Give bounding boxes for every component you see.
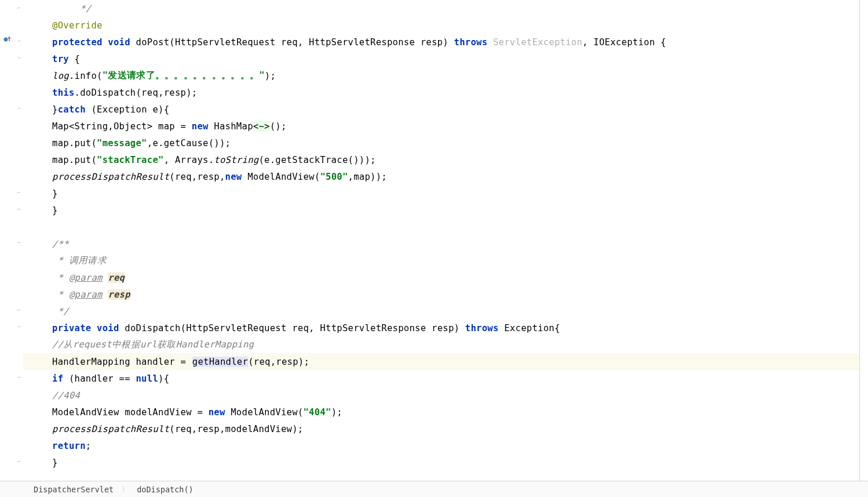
code-line[interactable]: return;	[23, 437, 859, 454]
code-line[interactable]: //404	[23, 387, 859, 404]
code-line[interactable]: ModelAndView modelAndView = new ModelAnd…	[23, 404, 859, 420]
fold-start-icon[interactable]: −	[17, 324, 23, 329]
kw: catch	[58, 104, 86, 115]
fold-end-icon[interactable]: ⌐	[17, 458, 23, 464]
kw: this	[52, 88, 75, 98]
code-line[interactable]: try {	[23, 50, 859, 67]
fold-end-icon[interactable]: ⌐	[17, 189, 23, 195]
override-gutter-icon[interactable]	[3, 35, 12, 43]
fold-start-icon[interactable]: −	[17, 55, 23, 60]
kw: return	[52, 441, 86, 451]
code-line[interactable]: * @param resp	[23, 286, 859, 303]
end: );	[265, 71, 276, 81]
code-line[interactable]: */	[23, 0, 859, 17]
fold-end-icon[interactable]: ⌐	[17, 206, 23, 212]
editor-area: ⌐ − − − ⌐ ⌐ − ⌐ − − ⌐ */ @Override prote…	[0, 0, 868, 481]
code-pane[interactable]: */ @Override protected void doPost(HttpS…	[23, 0, 860, 481]
code-line[interactable]: log.info("发送请求了。。。。。。。。。。。");	[23, 67, 859, 84]
params: (HttpServletRequest req, HttpServletResp…	[181, 323, 460, 333]
cond: (handler ==	[63, 373, 136, 384]
comment: //404	[52, 390, 80, 401]
rest: , IOException {	[582, 37, 666, 48]
doc-close: */	[52, 306, 69, 317]
code-line[interactable]: @Override	[23, 17, 859, 34]
call: processDispatchResult	[52, 172, 169, 182]
fold-end-icon[interactable]: ⌐	[17, 307, 23, 313]
code-line[interactable]: map.put("stackTrace", Arrays.toString(e.…	[23, 151, 859, 168]
fold-start-icon[interactable]: −	[17, 240, 23, 245]
rest: ,map));	[348, 172, 387, 182]
kw: try	[52, 54, 69, 64]
fold-gutter: ⌐ − − − ⌐ ⌐ − ⌐ − − ⌐	[16, 0, 23, 481]
decl: ModelAndView modelAndView =	[52, 407, 209, 418]
rest: ,e.getCause());	[147, 138, 231, 148]
code-line[interactable]: map.put("message",e.getCause());	[23, 135, 859, 151]
fold-start-icon[interactable]: −	[17, 105, 23, 111]
code-line[interactable]: /**	[23, 235, 859, 252]
call: processDispatchResult	[52, 424, 169, 434]
code-lines: */ @Override protected void doPost(HttpS…	[23, 0, 859, 471]
mid: , Arrays.	[164, 155, 214, 165]
fold-start-icon[interactable]: −	[17, 374, 23, 380]
kw: new	[225, 172, 242, 182]
rest: (Exception e){	[86, 104, 169, 115]
code-line[interactable]: */	[23, 303, 859, 320]
string: "stackTrace"	[97, 155, 164, 165]
kw: protected	[52, 37, 103, 48]
breadcrumb-file[interactable]: DispatcherServlet	[34, 485, 114, 494]
chevron-right-icon: 〉	[122, 484, 129, 494]
fold-start-icon[interactable]: −	[17, 38, 23, 43]
code-line[interactable]: if (handler == null){	[23, 370, 859, 387]
kw: private	[52, 323, 91, 333]
code-line[interactable]: * @param req	[23, 269, 859, 286]
call: .info(	[69, 71, 103, 81]
doc-pre: *	[52, 289, 69, 300]
code-line[interactable]: }	[23, 185, 859, 202]
code-line[interactable]: processDispatchResult(req,resp,new Model…	[23, 168, 859, 185]
annotation: @Override	[52, 20, 103, 31]
type: ModelAndView(	[242, 172, 320, 182]
code-line[interactable]: }	[23, 202, 859, 219]
scrollbar-track[interactable]	[860, 0, 868, 481]
fold-end-icon[interactable]: ⌐	[17, 5, 23, 10]
semi: ;	[86, 441, 92, 451]
mid: (req,resp,	[169, 172, 225, 182]
type: HashMap	[209, 121, 253, 132]
static-call: toString	[214, 155, 258, 165]
breadcrumb-method[interactable]: doDispatch()	[137, 485, 194, 494]
call: .doDispatch(req,resp);	[75, 88, 198, 98]
params: (HttpServletRequest req, HttpServletResp…	[169, 37, 448, 48]
param-tag: @param	[69, 289, 103, 300]
code-line[interactable]: protected void doPost(HttpServletRequest…	[23, 34, 859, 50]
kw: new	[192, 121, 209, 132]
call: map.put(	[52, 138, 97, 148]
type: ModelAndView(	[225, 407, 304, 418]
rest: (req,resp);	[248, 357, 309, 367]
code-line[interactable]: * 调用请求	[23, 252, 859, 269]
brace: }	[52, 104, 58, 115]
doc-desc: * 调用请求	[52, 255, 107, 267]
doc-open: /**	[52, 239, 69, 249]
code-line-current[interactable]: HandlerMapping handler = getHandler(req,…	[23, 353, 859, 370]
string: "message"	[97, 138, 147, 148]
rest: (req,resp,modelAndView);	[169, 424, 303, 434]
code-line[interactable]: this.doDispatch(req,resp);	[23, 84, 859, 101]
code-line[interactable]: //从request中根据url获取HandlerMapping	[23, 336, 859, 353]
code-line[interactable]: }catch (Exception e){	[23, 101, 859, 118]
type-dim: ServletException	[493, 37, 582, 48]
code-line[interactable]: Map<String,Object> map = new HashMap<~>(…	[23, 118, 859, 135]
gutter-left	[0, 0, 16, 481]
code-line[interactable]	[23, 219, 859, 235]
code-line[interactable]: private void doDispatch(HttpServletReque…	[23, 320, 859, 336]
rest: Exception{	[499, 323, 560, 333]
code-line[interactable]: }	[23, 454, 859, 471]
brace: }	[52, 188, 58, 199]
breadcrumb-bar: DispatcherServlet 〉 doDispatch()	[0, 481, 868, 497]
end: ();	[270, 121, 287, 132]
string: "发送请求了。。。。。。。。。。。"	[103, 70, 265, 82]
kw: throws	[465, 323, 499, 333]
param-tag: @param	[69, 273, 103, 283]
logger: log	[52, 71, 69, 81]
decl: Map<String,Object> map =	[52, 121, 192, 132]
code-line[interactable]: processDispatchResult(req,resp,modelAndV…	[23, 420, 859, 437]
